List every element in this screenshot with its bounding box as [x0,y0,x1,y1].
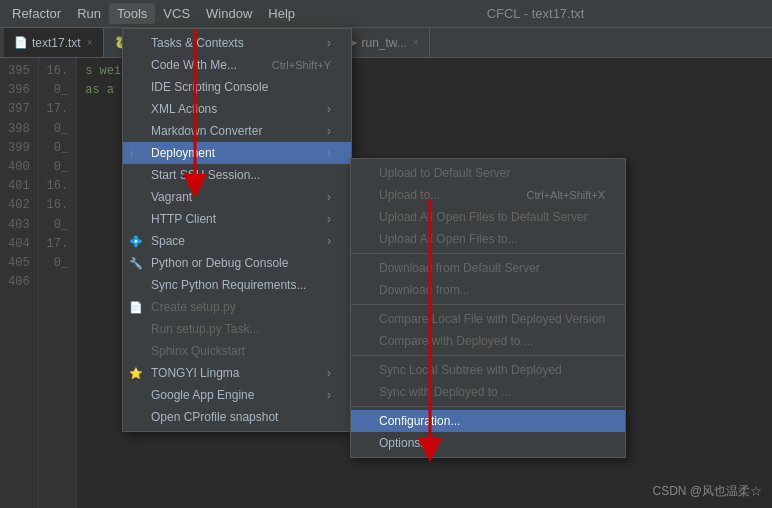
menu-space[interactable]: 💠 Space › [123,230,351,252]
vagrant-arrow: › [327,190,331,204]
dep-sync-local-label: Sync Local Subtree with Deployed [379,363,562,377]
menu-sync-python[interactable]: Sync Python Requirements... [123,274,351,296]
tools-menu-popup: Tasks & Contexts › Code With Me... Ctrl+… [122,28,352,432]
deployment-icon: ↕ [129,147,135,159]
dep-compare-local: Compare Local File with Deployed Version [351,308,625,330]
deployment-label: Deployment [151,146,215,160]
create-setup-label: Create setup.py [151,300,236,314]
menu-google-app[interactable]: Google App Engine › [123,384,351,406]
xml-actions-label: XML Actions [151,102,217,116]
dep-sync-local: Sync Local Subtree with Deployed [351,359,625,381]
dep-download-default: Download from Default Server [351,257,625,279]
menu-xml-actions[interactable]: XML Actions › [123,98,351,120]
deployment-submenu-popup: Upload to Default Server Upload to... Ct… [350,158,626,458]
dropdown-overlay: Tasks & Contexts › Code With Me... Ctrl+… [0,0,772,508]
menu-run-setup: Run setup.py Task... [123,318,351,340]
dep-separator1 [351,253,625,254]
dep-compare-deployed-label: Compare with Deployed to ... [379,334,534,348]
dep-upload-default: Upload to Default Server [351,162,625,184]
dep-download-from-label: Download from... [379,283,470,297]
menu-ssh[interactable]: Start SSH Session... [123,164,351,186]
dep-compare-deployed: Compare with Deployed to ... [351,330,625,352]
ssh-label: Start SSH Session... [151,168,260,182]
codewithme-label: Code With Me... [151,58,237,72]
vagrant-label: Vagrant [151,190,192,204]
xml-arrow: › [327,102,331,116]
menu-tongyi[interactable]: ⭐ TONGYI Lingma › [123,362,351,384]
dep-sync-deployed: Sync with Deployed to ... [351,381,625,403]
dep-separator4 [351,406,625,407]
space-arrow: › [327,234,331,248]
codewithme-shortcut: Ctrl+Shift+Y [242,59,331,71]
dep-compare-local-label: Compare Local File with Deployed Version [379,312,605,326]
dep-upload-default-label: Upload to Default Server [379,166,510,180]
menu-sphinx: Sphinx Quickstart [123,340,351,362]
google-app-label: Google App Engine [151,388,254,402]
python-console-icon: 🔧 [129,257,143,270]
tongyi-label: TONGYI Lingma [151,366,239,380]
dep-separator3 [351,355,625,356]
dep-configuration-label: Configuration... [379,414,460,428]
menu-markdown[interactable]: Markdown Converter › [123,120,351,142]
dep-upload-all-default: Upload All Open Files to Default Server [351,206,625,228]
menu-codewithme[interactable]: Code With Me... Ctrl+Shift+Y [123,54,351,76]
python-console-label: Python or Debug Console [151,256,288,270]
menu-create-setup: 📄 Create setup.py [123,296,351,318]
menu-ide-scripting[interactable]: IDE Scripting Console [123,76,351,98]
menu-deployment[interactable]: ↕ Deployment › [123,142,351,164]
space-icon: 💠 [129,235,143,248]
dep-configuration[interactable]: Configuration... [351,410,625,432]
menu-python-console[interactable]: 🔧 Python or Debug Console [123,252,351,274]
dep-upload-all-to-label: Upload All Open Files to... [379,232,518,246]
menu-cprofile[interactable]: Open CProfile snapshot [123,406,351,428]
menu-http[interactable]: HTTP Client › [123,208,351,230]
http-label: HTTP Client [151,212,216,226]
dep-upload-all-default-label: Upload All Open Files to Default Server [379,210,588,224]
markdown-arrow: › [327,124,331,138]
dep-options-label: Options... [379,436,430,450]
dep-download-default-label: Download from Default Server [379,261,540,275]
dep-upload-to: Upload to... Ctrl+Alt+Shift+X [351,184,625,206]
deployment-arrow: › [327,146,331,160]
menu-vagrant[interactable]: Vagrant › [123,186,351,208]
dep-sync-deployed-label: Sync with Deployed to ... [379,385,511,399]
http-arrow: › [327,212,331,226]
tongyi-icon: ⭐ [129,367,143,380]
dep-upload-to-label: Upload to... [379,188,440,202]
dep-separator2 [351,304,625,305]
markdown-label: Markdown Converter [151,124,262,138]
sphinx-label: Sphinx Quickstart [151,344,245,358]
run-setup-label: Run setup.py Task... [151,322,260,336]
google-app-arrow: › [327,388,331,402]
tasks-arrow: › [327,36,331,50]
dep-upload-all-to: Upload All Open Files to... [351,228,625,250]
tongyi-arrow: › [327,366,331,380]
dep-download-from: Download from... [351,279,625,301]
create-setup-icon: 📄 [129,301,143,314]
ide-scripting-label: IDE Scripting Console [151,80,268,94]
dep-upload-to-shortcut: Ctrl+Alt+Shift+X [497,189,606,201]
tasks-label: Tasks & Contexts [151,36,244,50]
dep-options[interactable]: Options... [351,432,625,454]
sync-python-label: Sync Python Requirements... [151,278,306,292]
space-label: Space [151,234,185,248]
menu-tasks[interactable]: Tasks & Contexts › [123,32,351,54]
cprofile-label: Open CProfile snapshot [151,410,278,424]
